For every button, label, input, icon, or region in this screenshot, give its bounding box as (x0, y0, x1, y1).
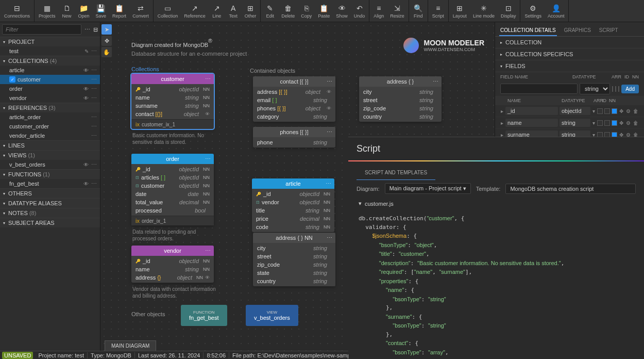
tree-section-others[interactable]: ▾OTHERS (0, 188, 100, 198)
script-template-select[interactable]: MongoDB schema creation script (505, 184, 636, 194)
open-button[interactable]: 📁Open (75, 0, 93, 22)
field-row[interactable]: zip_codestring (253, 260, 335, 269)
move-icon[interactable]: ✥ (619, 108, 624, 114)
visibility-icon[interactable]: 👁 (83, 95, 89, 101)
field-list-row[interactable]: ▸_idobjectId▾✥⚙🗑 (495, 105, 644, 117)
entity-header[interactable]: phones [{ }]⋯ (253, 127, 335, 137)
tab-collection-details[interactable]: COLLECTION DETAILS (499, 25, 557, 36)
field-row[interactable]: namestringNN (131, 265, 214, 273)
edit-button[interactable]: ✎Edit (262, 0, 278, 22)
field-eye-icon[interactable]: 👁 (327, 106, 331, 111)
entity-header[interactable]: vendor⋯ (131, 246, 214, 256)
id-check[interactable] (604, 120, 610, 126)
tree-item-customer[interactable]: ✓customer⋯ (0, 75, 100, 84)
line mode-button[interactable]: ✳Line mode (470, 0, 498, 22)
field-row[interactable]: email [ ]string (253, 96, 335, 104)
entity-contact[interactable]: contact [{ }]⋯address [{ }]object👁email … (253, 76, 335, 122)
delete-icon[interactable]: 🗑 (633, 108, 639, 114)
expand-icon[interactable]: ▸ (500, 108, 504, 114)
tree-section-project[interactable]: ▾PROJECT (0, 37, 100, 46)
field-row[interactable]: codestringNN (252, 223, 334, 231)
field-row[interactable]: address [{ }]object👁 (253, 88, 335, 96)
settings-icon[interactable]: ⚙ (625, 108, 631, 114)
arr-check[interactable] (597, 108, 603, 114)
tree-item-vendor_article[interactable]: vendor_article⋯ (0, 131, 100, 140)
entity-header[interactable]: customer⋯ (131, 74, 214, 84)
layout-button[interactable]: ⊞Layout (450, 0, 470, 22)
field-row[interactable]: countrystring (253, 277, 335, 285)
field-row[interactable]: total_valuedecimalNN (131, 198, 214, 206)
move-icon[interactable]: ✥ (619, 120, 624, 126)
field-row[interactable]: citystring (359, 88, 442, 96)
field-row[interactable]: 🔑_idobjectIdNN (252, 190, 334, 198)
script-diagram-select[interactable]: Main diagram - Project script ▾ (385, 183, 471, 194)
hand-tool-icon[interactable]: ✋ (101, 47, 112, 57)
script-file-toggle[interactable]: ▾customer.js (348, 197, 644, 210)
entity-vendor[interactable]: vendor⋯🔑_idobjectIdNNnamestringNNaddress… (131, 246, 214, 283)
entity-order[interactable]: order⋯🔑_idobjectIdNN⊡articles [ ]objectI… (131, 154, 214, 225)
new-button[interactable]: 🗋New (59, 0, 75, 22)
tree-section-functions[interactable]: ▾FUNCTIONS(1) (0, 169, 100, 179)
edit-icon[interactable]: ✎ (84, 48, 89, 54)
collection-button[interactable]: ▭Collection (155, 0, 181, 22)
item-menu-icon[interactable]: ⋯ (91, 114, 97, 121)
report-button[interactable]: 📋Report (109, 0, 129, 22)
add-field-button[interactable]: Add (621, 85, 639, 93)
item-menu-icon[interactable]: ⋯ (91, 48, 97, 55)
field-row[interactable]: zip_codestring (359, 104, 442, 112)
entity-menu-icon[interactable]: ⋯ (327, 235, 332, 241)
tree-item-fn_get_best[interactable]: fn_get_best👁⋯ (0, 179, 100, 188)
tree-section-datatype aliases[interactable]: ▾DATATYPE ALIASES (0, 198, 100, 208)
tab-graphics[interactable]: GRAPHICS (563, 25, 592, 36)
field-row[interactable]: streetstring (359, 96, 442, 104)
entity-menu-icon[interactable]: ⋯ (433, 78, 438, 85)
visibility-icon[interactable]: 👁 (83, 68, 89, 73)
new-field-id-check[interactable] (615, 86, 616, 92)
tree-section-views[interactable]: ▾VIEWS(1) (0, 150, 100, 160)
entity-header[interactable]: contact [{ }]⋯ (253, 76, 335, 87)
entity-menu-icon[interactable]: ⋯ (327, 129, 332, 136)
copy-button[interactable]: ⎘Copy (298, 0, 315, 22)
align-button[interactable]: ≡Align (370, 0, 387, 22)
item-menu-icon[interactable]: ⋯ (91, 67, 97, 74)
entity-header[interactable]: order⋯ (131, 154, 214, 164)
field-row[interactable]: ⊡customerobjectIdNN (131, 182, 214, 190)
expand-icon[interactable]: ▸ (500, 120, 504, 126)
function-object[interactable]: FUNCTION fn_get_best (181, 305, 227, 326)
field-row[interactable]: processedbool (131, 206, 214, 215)
field-row[interactable]: 🔑_idobjectIdNN (131, 257, 214, 265)
account-button[interactable]: 👤Account (545, 0, 568, 22)
field-row[interactable]: countrystring (359, 112, 442, 121)
entity-phones[interactable]: phones [{ }]⋯phonestring (253, 127, 335, 148)
paste-button[interactable]: 📋Paste (315, 0, 333, 22)
field-row[interactable]: 🔑_idobjectIdNN (131, 165, 214, 173)
tree-section-subject areas[interactable]: ▾SUBJECT AREAS (0, 218, 100, 227)
field-row[interactable]: ⊡articles [ ]objectIdNN (131, 173, 214, 182)
line-button[interactable]: ↗Line (209, 0, 225, 22)
visibility-icon[interactable]: 👁 (83, 86, 89, 92)
field-eye-icon[interactable]: 👁 (327, 89, 331, 94)
entity-address_bot[interactable]: address { } NN⋯citystringstreetstringzip… (253, 233, 335, 286)
new-field-nn-check[interactable] (618, 86, 619, 92)
other-button[interactable]: ⊞Other (242, 0, 260, 22)
nn-check[interactable] (612, 108, 617, 114)
field-row[interactable]: address {}objectNN👁 (131, 273, 214, 282)
field-row[interactable]: 🔑_idobjectIdNN (131, 85, 214, 93)
entity-article[interactable]: article⋯🔑_idobjectIdNN⊡vendorobjectIdNNt… (252, 178, 334, 232)
item-menu-icon[interactable]: ⋯ (91, 86, 97, 92)
entity-header[interactable]: address { } NN⋯ (253, 233, 335, 243)
entity-menu-icon[interactable]: ⋯ (326, 181, 331, 187)
tab-script[interactable]: SCRIPT (598, 25, 619, 36)
entity-menu-icon[interactable]: ⋯ (205, 76, 211, 83)
save-button[interactable]: 💾Save (93, 0, 110, 22)
field-row[interactable]: surnamestringNN (131, 102, 214, 110)
entity-menu-icon[interactable]: ⋯ (205, 248, 211, 254)
filter-input[interactable] (2, 24, 81, 35)
tree-item-article_order[interactable]: article_order⋯ (0, 112, 100, 122)
item-menu-icon[interactable]: ⋯ (91, 95, 97, 102)
panel-toggle-icon[interactable]: ⊟ (93, 26, 98, 33)
entity-header[interactable]: address { }⋯ (359, 76, 442, 87)
tree-section-collections[interactable]: ▾COLLECTIONS(4) (0, 56, 100, 66)
entity-menu-icon[interactable]: ⋯ (205, 156, 211, 162)
entity-menu-icon[interactable]: ⋯ (327, 78, 332, 85)
